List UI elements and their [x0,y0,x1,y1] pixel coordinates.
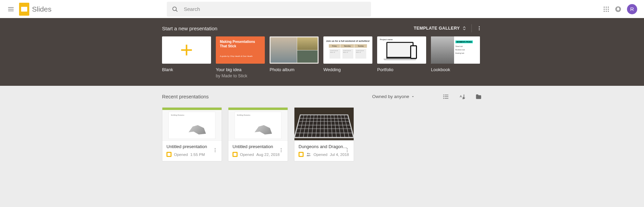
bigidea-title: Making Presentations That Stick [220,40,261,48]
card-more-button[interactable] [277,146,286,156]
svg-point-22 [215,151,215,152]
template-name: Your big idea [216,67,265,72]
sort-az-icon: AZ [459,93,466,100]
bell-icon [615,6,622,13]
svg-point-27 [309,153,310,154]
card-opened-value: 1:55 PM [190,153,205,157]
svg-point-6 [608,9,609,10]
template-gallery-strip: Start a new presentation TEMPLATE GALLER… [0,18,644,86]
hamburger-icon [7,6,14,13]
template-gallery-button[interactable]: TEMPLATE GALLERY [414,25,467,31]
card-opened-label: Opened [313,153,327,157]
card-thumbnail [294,108,354,141]
svg-point-30 [347,151,348,152]
slides-file-icon [166,152,172,157]
card-title: Untitled presentation [232,144,284,149]
search-box[interactable] [167,2,371,17]
wedding-heading: Join us for a full weekend of activities… [325,40,370,42]
presentation-card[interactable]: Schilling Robotics Untitled presentation… [162,107,222,161]
list-icon [442,93,449,100]
header-actions: R [603,4,640,14]
svg-point-17 [443,98,444,99]
slides-file-icon [232,152,238,157]
recent-grid: Schilling Robotics Untitled presentation… [162,107,482,161]
template-lookbook[interactable]: WOMEN'S PICKS Street lookBusiness lookEv… [431,36,480,78]
search-input[interactable] [184,6,366,12]
svg-point-7 [604,11,605,12]
svg-point-12 [479,26,480,27]
template-more-button[interactable] [477,26,482,31]
template-section-title: Start a new presentation [162,26,218,31]
bigidea-sub: A guide by Chip Heath & Dan Heath [220,55,261,57]
svg-point-4 [604,9,605,10]
search-container [167,2,371,17]
template-wedding[interactable]: Join us for a full weekend of activities… [323,36,372,78]
svg-point-23 [281,148,281,149]
portfolio-label: Project name [380,38,423,41]
apps-launcher-button[interactable] [603,6,609,12]
svg-point-29 [347,150,348,150]
recent-view-actions: AZ [442,93,482,100]
list-view-button[interactable] [442,93,449,100]
svg-point-24 [281,150,281,150]
card-title: Untitled presentation [166,144,218,149]
template-name: Lookbook [431,67,480,72]
more-vert-icon [477,26,482,31]
template-photo-album[interactable]: Photo album [270,36,319,78]
svg-point-13 [479,28,480,29]
unfold-icon [462,25,467,31]
divider [471,24,472,32]
svg-point-21 [215,150,215,150]
caret-down-icon [411,95,415,98]
svg-point-9 [608,11,609,12]
shared-icon [306,152,311,157]
card-more-button[interactable] [343,146,352,156]
slides-file-icon [299,152,304,157]
template-sub: by Made to Stick [216,74,265,78]
main-menu-button[interactable] [4,2,18,16]
folder-icon [475,93,482,100]
app-name: Slides [32,5,51,13]
svg-point-25 [281,151,281,152]
notifications-button[interactable] [615,6,622,13]
account-avatar[interactable]: R [627,4,637,14]
svg-point-20 [215,148,215,149]
recent-section: Recent presentations Owned by anyone AZ … [162,92,482,161]
plus-icon [162,36,211,64]
template-gallery-label: TEMPLATE GALLERY [414,26,460,31]
more-vert-icon [278,147,284,153]
presentation-card[interactable]: Dungeons and Dragons Miniatures Opened J… [294,107,354,161]
more-vert-icon [212,147,218,153]
template-name: Portfolio [377,67,426,72]
svg-point-15 [443,94,444,95]
card-opened-label: Opened [240,153,254,157]
lookbook-badge: WOMEN'S PICKS [455,41,473,43]
svg-point-5 [606,9,607,10]
owner-filter-dropdown[interactable]: Owned by anyone [369,92,418,101]
card-more-button[interactable] [211,146,220,156]
card-opened-value: Aug 22, 2018 [256,153,279,157]
template-blank[interactable]: Blank [162,36,211,78]
card-title: Dungeons and Dragons Miniatures [299,144,350,149]
svg-point-11 [618,10,618,11]
template-row: Blank Making Presentations That Stick A … [162,36,482,78]
svg-point-3 [608,6,609,7]
apps-grid-icon [603,6,609,12]
search-icon [172,6,178,13]
template-your-big-idea[interactable]: Making Presentations That Stick A guide … [216,36,265,78]
template-name: Wedding [323,67,372,72]
avatar-initial: R [630,6,634,12]
svg-point-1 [604,6,605,7]
sort-az-button[interactable]: AZ [459,93,466,100]
open-picker-button[interactable] [475,93,482,100]
app-logo[interactable]: Slides [19,3,51,16]
template-portfolio[interactable]: Project name Portfolio [377,36,426,78]
svg-point-26 [307,153,309,154]
presentation-card[interactable]: Schilling Robotics Untitled presentation… [228,107,288,161]
card-thumbnail: Schilling Robotics [228,108,288,141]
svg-point-14 [479,29,480,30]
card-thumbnail: Schilling Robotics [162,108,222,141]
svg-point-16 [443,96,444,97]
svg-point-2 [606,6,607,7]
template-name: Blank [162,67,211,72]
